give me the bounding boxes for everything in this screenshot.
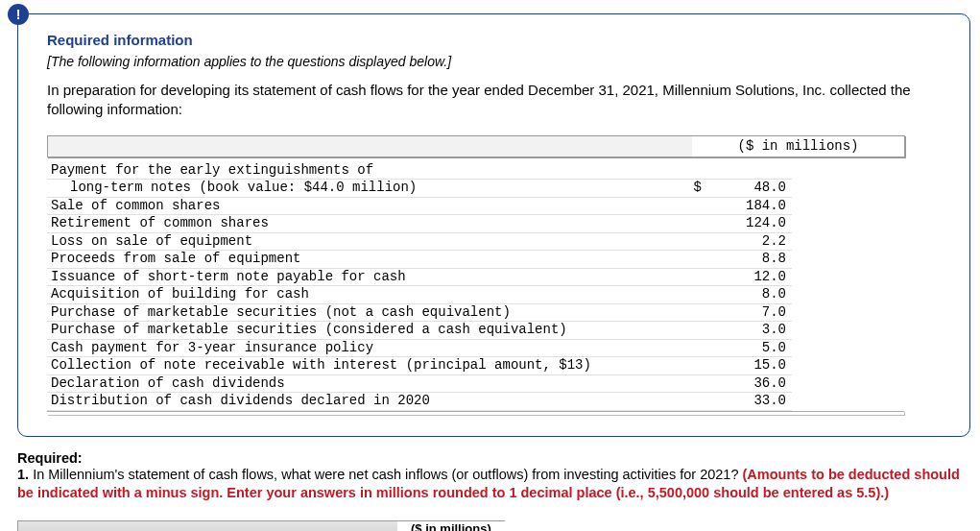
question-1: 1. In Millennium's statement of cash flo… <box>17 466 970 503</box>
row-prefix <box>682 162 702 181</box>
row-prefix <box>682 357 702 375</box>
row-prefix <box>682 251 702 269</box>
table-header-bar: ($ in millions) <box>47 135 905 158</box>
row-value: 124.0 <box>702 215 792 233</box>
row-prefix <box>682 393 702 411</box>
row-value: 8.8 <box>702 251 792 269</box>
row-value: 33.0 <box>702 393 792 411</box>
row-label: Payment for the early extinguishments of <box>47 162 682 181</box>
row-value: 36.0 <box>702 375 792 394</box>
table-row: Cash payment for 3-year insurance policy… <box>47 340 944 358</box>
row-value: 48.0 <box>702 180 792 198</box>
table-rows: Payment for the early extinguishments of… <box>47 162 944 411</box>
row-prefix <box>682 215 702 233</box>
required-heading: Required: <box>17 450 970 466</box>
row-prefix <box>682 340 702 358</box>
applies-note: [The following information applies to th… <box>47 54 944 69</box>
table-row: Sale of common shares184.0 <box>47 198 944 216</box>
answer-header-label: ($ in millions) <box>397 520 505 531</box>
row-prefix: $ <box>682 180 702 198</box>
table-row: Payment for the early extinguishments of <box>47 162 944 181</box>
row-value: 5.0 <box>702 340 792 358</box>
row-value: 12.0 <box>702 269 792 287</box>
table-row: Declaration of cash dividends36.0 <box>47 375 944 394</box>
row-prefix <box>682 304 702 323</box>
table-row: Purchase of marketable securities (consi… <box>47 322 944 340</box>
table-row: Acquisition of building for cash8.0 <box>47 286 944 304</box>
row-label: long-term notes (book value: $44.0 milli… <box>47 180 682 198</box>
answer-header-bar: ($ in millions) <box>0 520 980 531</box>
header-left-spacer <box>48 136 692 157</box>
row-label: Distribution of cash dividends declared … <box>47 393 682 411</box>
row-prefix <box>682 269 702 287</box>
row-label: Purchase of marketable securities (not a… <box>47 304 682 323</box>
row-value: 15.0 <box>702 357 792 375</box>
row-label: Purchase of marketable securities (consi… <box>47 322 682 340</box>
row-prefix <box>682 233 702 252</box>
info-card: Required information [The following info… <box>17 13 970 437</box>
table-row: Distribution of cash dividends declared … <box>47 393 944 411</box>
required-info-title: Required information <box>47 32 944 48</box>
row-label: Sale of common shares <box>47 198 682 216</box>
table-bottom-shadow <box>47 411 904 415</box>
row-label: Issuance of short-term note payable for … <box>47 269 682 287</box>
info-badge: ! <box>8 4 29 25</box>
column-header: ($ in millions) <box>692 136 904 157</box>
row-prefix <box>682 322 702 340</box>
row-label: Retirement of common shares <box>47 215 682 233</box>
row-value: 184.0 <box>702 198 792 216</box>
table-row: Collection of note receivable with inter… <box>47 357 944 375</box>
table-row: Retirement of common shares124.0 <box>47 215 944 233</box>
row-label: Cash payment for 3-year insurance policy <box>47 340 682 358</box>
table-row: long-term notes (book value: $44.0 milli… <box>47 180 944 198</box>
row-prefix <box>682 198 702 216</box>
row-value: 2.2 <box>702 233 792 252</box>
row-value: 7.0 <box>702 304 792 323</box>
table-row: Purchase of marketable securities (not a… <box>47 304 944 323</box>
data-table: ($ in millions) Payment for the early ex… <box>47 135 944 415</box>
q1-number: 1. <box>17 467 33 482</box>
required-block: Required: 1. In Millennium's statement o… <box>0 450 980 503</box>
row-label: Loss on sale of equipment <box>47 233 682 252</box>
row-label: Collection of note receivable with inter… <box>47 357 682 375</box>
table-row: Issuance of short-term note payable for … <box>47 269 944 287</box>
row-value <box>702 162 792 181</box>
row-label: Acquisition of building for cash <box>47 286 682 304</box>
row-value: 3.0 <box>702 322 792 340</box>
row-value: 8.0 <box>702 286 792 304</box>
row-label: Proceeds from sale of equipment <box>47 251 682 269</box>
table-row: Loss on sale of equipment2.2 <box>47 233 944 252</box>
answer-gray-cell <box>17 520 397 531</box>
row-prefix <box>682 375 702 394</box>
row-label: Declaration of cash dividends <box>47 375 682 394</box>
table-row: Proceeds from sale of equipment8.8 <box>47 251 944 269</box>
q1-plain: In Millennium's statement of cash flows,… <box>33 467 742 482</box>
row-prefix <box>682 286 702 304</box>
intro-paragraph: In preparation for developing its statem… <box>47 81 944 120</box>
